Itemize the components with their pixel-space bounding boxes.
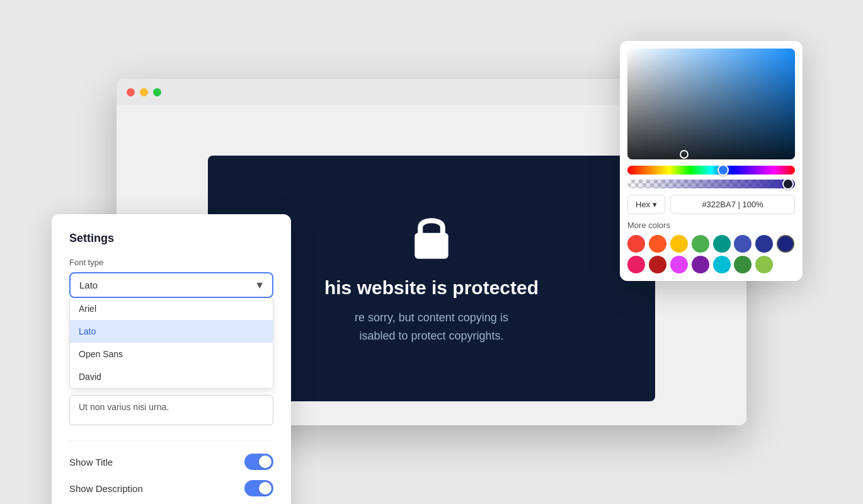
swatch-teal[interactable] [713, 235, 731, 253]
swatch-dark-green[interactable] [734, 256, 752, 273]
show-description-label: Show Description [69, 483, 143, 494]
font-dropdown-list: Ariel Lato Open Sans David [69, 297, 273, 389]
svg-rect-0 [414, 233, 448, 259]
swatch-purple-light[interactable] [670, 256, 688, 273]
swatch-red[interactable] [627, 235, 645, 253]
dropdown-item-lato[interactable]: Lato [70, 320, 273, 343]
show-description-toggle[interactable] [244, 480, 273, 496]
traffic-light-yellow[interactable] [140, 88, 148, 96]
show-title-toggle[interactable] [244, 454, 273, 470]
dropdown-item-david[interactable]: David [70, 365, 273, 388]
swatch-yellow[interactable] [670, 235, 688, 253]
swatch-purple[interactable] [692, 256, 709, 273]
divider [69, 440, 273, 441]
show-title-row: Show Title [69, 454, 273, 470]
swatch-pink[interactable] [627, 256, 645, 273]
text-area[interactable]: Ut non varius nisi urna. [69, 395, 273, 425]
dropdown-item-open-sans[interactable]: Open Sans [70, 343, 273, 365]
settings-panel: Settings Font type Lato ▼ Ariel Lato Ope… [52, 214, 291, 504]
swatch-cyan[interactable] [713, 256, 731, 273]
dropdown-item-ariel[interactable]: Ariel [70, 297, 273, 320]
swatch-orange[interactable] [649, 235, 666, 253]
swatch-light-green[interactable] [755, 256, 773, 273]
hue-thumb[interactable] [717, 164, 729, 176]
show-title-label: Show Title [69, 457, 113, 467]
more-colors-label: More colors [627, 220, 795, 230]
font-select-wrapper: Lato ▼ [69, 272, 273, 298]
font-type-select[interactable]: Lato [69, 272, 273, 298]
swatch-dark-blue[interactable] [755, 235, 773, 253]
protected-title: his website is protected [324, 277, 539, 299]
alpha-thumb[interactable] [782, 178, 794, 190]
color-cursor[interactable] [680, 150, 689, 159]
alpha-slider[interactable] [627, 180, 795, 188]
color-swatches [627, 235, 795, 273]
swatch-navy[interactable] [777, 235, 794, 253]
lock-icon [406, 212, 457, 262]
hex-format-button[interactable]: Hex ▾ [627, 195, 665, 214]
swatch-green[interactable] [692, 235, 709, 253]
hex-value-input[interactable] [670, 195, 795, 214]
traffic-light-green[interactable] [153, 88, 161, 96]
swatch-indigo[interactable] [734, 235, 752, 253]
color-picker-panel: Hex ▾ More colors [620, 41, 803, 281]
settings-title: Settings [69, 232, 273, 245]
traffic-light-red[interactable] [127, 88, 135, 96]
color-gradient[interactable] [627, 49, 795, 159]
hex-row: Hex ▾ [627, 195, 795, 214]
hue-slider[interactable] [627, 166, 795, 175]
protected-desc: re sorry, but content copying is isabled… [355, 309, 508, 345]
show-description-row: Show Description [69, 480, 273, 496]
chevron-down-icon: ▾ [653, 200, 657, 209]
font-type-label: Font type [69, 258, 273, 267]
swatch-dark-red[interactable] [649, 256, 666, 273]
